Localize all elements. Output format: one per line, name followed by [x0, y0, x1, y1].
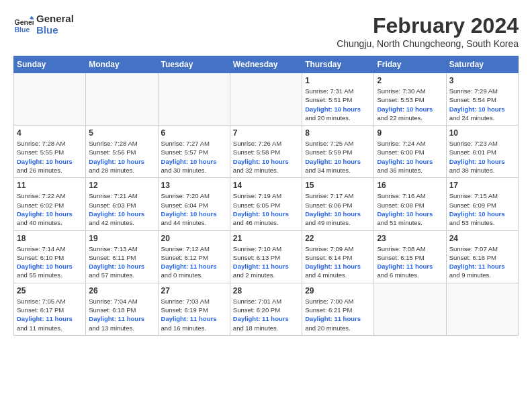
- day-cell: [230, 73, 302, 126]
- day-number: 14: [233, 181, 299, 190]
- day-cell: 11Sunrise: 7:22 AMSunset: 6:02 PMDayligh…: [14, 178, 86, 230]
- day-cell: 12Sunrise: 7:21 AMSunset: 6:03 PMDayligh…: [86, 178, 158, 230]
- day-cell: 24Sunrise: 7:07 AMSunset: 6:16 PMDayligh…: [446, 230, 518, 283]
- day-info: Sunrise: 7:29 AMSunset: 5:54 PMDaylight:…: [449, 87, 515, 122]
- week-row-1: 4Sunrise: 7:28 AMSunset: 5:55 PMDaylight…: [14, 126, 519, 178]
- day-cell: 1Sunrise: 7:31 AMSunset: 5:51 PMDaylight…: [302, 73, 374, 126]
- logo-line2: Blue: [36, 25, 74, 36]
- day-info: Sunrise: 7:08 AMSunset: 6:15 PMDaylight:…: [377, 244, 443, 280]
- day-number: 17: [449, 181, 515, 190]
- location-subtitle: Chungju, North Chungcheong, South Korea: [337, 38, 519, 49]
- day-cell: 14Sunrise: 7:19 AMSunset: 6:05 PMDayligh…: [230, 178, 302, 230]
- day-number: 24: [449, 234, 515, 243]
- day-info: Sunrise: 7:20 AMSunset: 6:04 PMDaylight:…: [161, 191, 227, 227]
- day-number: 13: [161, 181, 227, 190]
- day-info: Sunrise: 7:12 AMSunset: 6:12 PMDaylight:…: [161, 244, 227, 280]
- day-cell: 23Sunrise: 7:08 AMSunset: 6:15 PMDayligh…: [374, 230, 446, 283]
- day-number: 1: [305, 76, 371, 85]
- day-info: Sunrise: 7:13 AMSunset: 6:11 PMDaylight:…: [89, 244, 154, 280]
- day-cell: 18Sunrise: 7:14 AMSunset: 6:10 PMDayligh…: [14, 230, 86, 283]
- day-number: 2: [377, 76, 443, 85]
- day-cell: 15Sunrise: 7:17 AMSunset: 6:06 PMDayligh…: [302, 178, 374, 230]
- day-number: 25: [17, 286, 83, 295]
- day-cell: 21Sunrise: 7:10 AMSunset: 6:13 PMDayligh…: [230, 230, 302, 283]
- day-number: 11: [17, 181, 83, 190]
- day-cell: 13Sunrise: 7:20 AMSunset: 6:04 PMDayligh…: [158, 178, 230, 230]
- svg-text:Blue: Blue: [15, 25, 30, 33]
- day-cell: 10Sunrise: 7:23 AMSunset: 6:01 PMDayligh…: [446, 126, 518, 178]
- day-info: Sunrise: 7:17 AMSunset: 6:06 PMDaylight:…: [305, 191, 371, 227]
- day-info: Sunrise: 7:31 AMSunset: 5:51 PMDaylight:…: [305, 87, 371, 122]
- day-info: Sunrise: 7:28 AMSunset: 5:56 PMDaylight:…: [89, 139, 154, 175]
- day-number: 3: [449, 76, 515, 85]
- day-number: 22: [305, 234, 371, 243]
- day-cell: 20Sunrise: 7:12 AMSunset: 6:12 PMDayligh…: [158, 230, 230, 283]
- day-cell: 4Sunrise: 7:28 AMSunset: 5:55 PMDaylight…: [14, 126, 86, 178]
- title-block: February 2024 Chungju, North Chungcheong…: [337, 13, 519, 49]
- day-cell: 29Sunrise: 7:00 AMSunset: 6:21 PMDayligh…: [302, 283, 374, 335]
- day-number: 6: [161, 128, 227, 138]
- day-number: 21: [233, 234, 299, 243]
- day-cell: [158, 73, 230, 126]
- day-cell: 27Sunrise: 7:03 AMSunset: 6:19 PMDayligh…: [158, 283, 230, 335]
- day-cell: 26Sunrise: 7:04 AMSunset: 6:18 PMDayligh…: [86, 283, 158, 335]
- day-number: 18: [17, 234, 83, 243]
- day-number: 26: [89, 286, 154, 295]
- day-info: Sunrise: 7:30 AMSunset: 5:53 PMDaylight:…: [377, 87, 443, 122]
- day-info: Sunrise: 7:19 AMSunset: 6:05 PMDaylight:…: [233, 191, 299, 227]
- day-cell: [86, 73, 158, 126]
- day-info: Sunrise: 7:07 AMSunset: 6:16 PMDaylight:…: [449, 244, 515, 280]
- day-number: 7: [233, 128, 299, 138]
- day-info: Sunrise: 7:04 AMSunset: 6:18 PMDaylight:…: [89, 297, 154, 332]
- header-saturday: Saturday: [446, 56, 518, 73]
- day-info: Sunrise: 7:27 AMSunset: 5:57 PMDaylight:…: [161, 139, 227, 175]
- day-cell: 2Sunrise: 7:30 AMSunset: 5:53 PMDaylight…: [374, 73, 446, 126]
- logo: General Blue General Blue: [13, 13, 74, 36]
- day-cell: 5Sunrise: 7:28 AMSunset: 5:56 PMDaylight…: [86, 126, 158, 178]
- day-cell: 3Sunrise: 7:29 AMSunset: 5:54 PMDaylight…: [446, 73, 518, 126]
- day-info: Sunrise: 7:16 AMSunset: 6:08 PMDaylight:…: [377, 191, 443, 227]
- day-number: 16: [377, 181, 443, 190]
- day-info: Sunrise: 7:10 AMSunset: 6:13 PMDaylight:…: [233, 244, 299, 280]
- day-info: Sunrise: 7:00 AMSunset: 6:21 PMDaylight:…: [305, 297, 371, 332]
- day-number: 10: [449, 128, 515, 138]
- header-row: SundayMondayTuesdayWednesdayThursdayFrid…: [14, 56, 519, 73]
- day-info: Sunrise: 7:09 AMSunset: 6:14 PMDaylight:…: [305, 244, 371, 280]
- day-cell: 19Sunrise: 7:13 AMSunset: 6:11 PMDayligh…: [86, 230, 158, 283]
- day-cell: 16Sunrise: 7:16 AMSunset: 6:08 PMDayligh…: [374, 178, 446, 230]
- header-tuesday: Tuesday: [158, 56, 230, 73]
- day-number: 8: [305, 128, 371, 138]
- week-row-2: 11Sunrise: 7:22 AMSunset: 6:02 PMDayligh…: [14, 178, 519, 230]
- day-cell: 9Sunrise: 7:24 AMSunset: 6:00 PMDaylight…: [374, 126, 446, 178]
- day-info: Sunrise: 7:22 AMSunset: 6:02 PMDaylight:…: [17, 191, 83, 227]
- day-info: Sunrise: 7:26 AMSunset: 5:58 PMDaylight:…: [233, 139, 299, 175]
- week-row-4: 25Sunrise: 7:05 AMSunset: 6:17 PMDayligh…: [14, 283, 519, 335]
- page-header: General Blue General Blue February 2024 …: [13, 13, 519, 49]
- day-cell: 7Sunrise: 7:26 AMSunset: 5:58 PMDaylight…: [230, 126, 302, 178]
- week-row-3: 18Sunrise: 7:14 AMSunset: 6:10 PMDayligh…: [14, 230, 519, 283]
- day-number: 27: [161, 286, 227, 295]
- header-thursday: Thursday: [302, 56, 374, 73]
- day-cell: [14, 73, 86, 126]
- logo-icon: General Blue: [13, 15, 34, 35]
- day-cell: 17Sunrise: 7:15 AMSunset: 6:09 PMDayligh…: [446, 178, 518, 230]
- day-cell: 8Sunrise: 7:25 AMSunset: 5:59 PMDaylight…: [302, 126, 374, 178]
- week-row-0: 1Sunrise: 7:31 AMSunset: 5:51 PMDaylight…: [14, 73, 519, 126]
- day-cell: 28Sunrise: 7:01 AMSunset: 6:20 PMDayligh…: [230, 283, 302, 335]
- day-info: Sunrise: 7:28 AMSunset: 5:55 PMDaylight:…: [17, 139, 83, 175]
- month-title: February 2024: [337, 13, 519, 38]
- day-number: 5: [89, 128, 154, 138]
- day-info: Sunrise: 7:03 AMSunset: 6:19 PMDaylight:…: [161, 297, 227, 332]
- day-cell: [374, 283, 446, 335]
- day-number: 20: [161, 234, 227, 243]
- day-number: 19: [89, 234, 154, 243]
- day-number: 12: [89, 181, 154, 190]
- header-wednesday: Wednesday: [230, 56, 302, 73]
- day-number: 4: [17, 128, 83, 138]
- header-friday: Friday: [374, 56, 446, 73]
- day-info: Sunrise: 7:05 AMSunset: 6:17 PMDaylight:…: [17, 297, 83, 332]
- day-info: Sunrise: 7:14 AMSunset: 6:10 PMDaylight:…: [17, 244, 83, 280]
- day-info: Sunrise: 7:01 AMSunset: 6:20 PMDaylight:…: [233, 297, 299, 332]
- day-number: 29: [305, 286, 371, 295]
- day-info: Sunrise: 7:21 AMSunset: 6:03 PMDaylight:…: [89, 191, 154, 227]
